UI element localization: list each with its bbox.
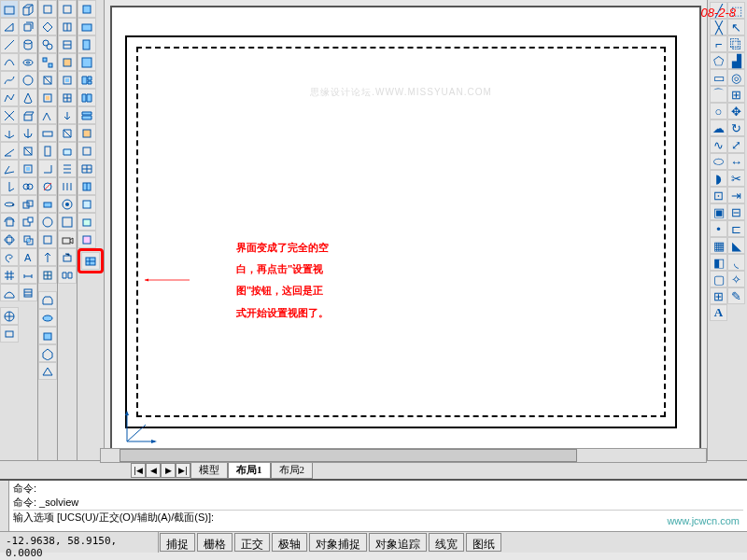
tool-polyline-icon[interactable]: [0, 89, 19, 106]
tool-spiral-icon[interactable]: [0, 248, 19, 266]
tool-obj1-icon[interactable]: [38, 291, 57, 309]
tool-d4-icon[interactable]: [78, 53, 96, 71]
tool-v4-icon[interactable]: [58, 53, 77, 71]
stretch-tool-icon[interactable]: ↔: [727, 153, 745, 170]
tool-intersect-icon[interactable]: [0, 106, 19, 124]
polygon-tool-icon[interactable]: ⬠: [710, 52, 727, 69]
tool-ic11-icon[interactable]: [38, 177, 57, 195]
trim-tool-icon[interactable]: ✂: [727, 170, 745, 187]
tool-revolve-icon[interactable]: [19, 124, 37, 142]
tool-section-icon[interactable]: [19, 160, 37, 177]
paper-toggle[interactable]: 图纸: [466, 533, 501, 552]
horizontal-scrollbar[interactable]: [100, 448, 707, 463]
tool-union-icon[interactable]: [19, 195, 37, 213]
tool-face-rot-icon[interactable]: [0, 213, 19, 231]
tool-d8-icon[interactable]: [78, 124, 96, 142]
arc-tool-icon[interactable]: ⌒: [710, 86, 727, 103]
tool-ic5-icon[interactable]: [38, 71, 57, 89]
grid-toggle[interactable]: 栅格: [197, 533, 233, 552]
tool-curve-icon[interactable]: [0, 71, 19, 89]
lwt-toggle[interactable]: 线宽: [429, 533, 464, 552]
tab-model[interactable]: 模型: [190, 461, 228, 479]
revcloud-tool-icon[interactable]: ☁: [710, 119, 727, 136]
tool-v8-icon[interactable]: [58, 124, 77, 142]
tab-layout1[interactable]: 布局1: [228, 461, 271, 479]
tool-v11-icon[interactable]: [58, 177, 77, 195]
tool-ic8-icon[interactable]: [38, 124, 57, 142]
tool-ic10-icon[interactable]: [38, 160, 57, 177]
tool-v3-icon[interactable]: [58, 35, 77, 53]
drawing-canvas[interactable]: 思缘设计论坛.WWW.MISSYUAN.COM: [110, 6, 701, 458]
tool-cone-icon[interactable]: [19, 89, 37, 106]
break-tool-icon[interactable]: ⊟: [727, 203, 745, 220]
tool-obj2-icon[interactable]: [38, 309, 57, 327]
cmd-input[interactable]: 输入选项 [UCS(U)/正交(O)/辅助(A)/截面(S)]:: [13, 510, 743, 525]
tool-orbit-icon[interactable]: [0, 231, 19, 248]
offset-tool-icon[interactable]: ◎: [727, 69, 745, 86]
tool-v7-icon[interactable]: [58, 106, 77, 124]
tool-intersect2-icon[interactable]: [19, 231, 37, 248]
scale-tool-icon[interactable]: ⤢: [727, 136, 745, 153]
hatch-tool-icon[interactable]: ▦: [710, 237, 727, 254]
otrack-toggle[interactable]: 对象追踪: [369, 533, 427, 552]
point-tool-icon[interactable]: •: [710, 220, 727, 237]
paint-tool-icon[interactable]: ✎: [727, 287, 745, 304]
tool-d11-icon[interactable]: [78, 177, 96, 195]
tab-nav-prev[interactable]: ◀: [146, 463, 161, 478]
tool-globe-icon[interactable]: [0, 307, 19, 325]
tool-d13-icon[interactable]: [78, 213, 96, 231]
tool-d6-icon[interactable]: [78, 89, 96, 106]
extend-tool-icon[interactable]: ⇥: [727, 187, 745, 203]
tool-v16-icon[interactable]: [58, 266, 77, 284]
tool-v10-icon[interactable]: [58, 160, 77, 177]
table-tool-icon[interactable]: ⊞: [710, 287, 727, 304]
tool-ic14-icon[interactable]: [38, 231, 57, 248]
circle-tool-icon[interactable]: ○: [710, 103, 727, 119]
copy-tool-icon[interactable]: ⿻: [727, 35, 745, 52]
tool-d3-icon[interactable]: [78, 35, 96, 53]
tool-cyl-icon[interactable]: [19, 35, 37, 53]
tool-dim-icon[interactable]: [19, 266, 37, 284]
tool-obj3-icon[interactable]: [38, 327, 57, 344]
tool-d14-icon[interactable]: [78, 231, 96, 248]
tool-slice-icon[interactable]: [19, 142, 37, 160]
tool-text3d-icon[interactable]: A: [19, 248, 37, 266]
tool-axis-y-icon[interactable]: [0, 160, 19, 177]
scrollbar-thumb[interactable]: [120, 449, 577, 462]
setup-view-button[interactable]: [81, 252, 100, 270]
tool-ic4-icon[interactable]: [38, 53, 57, 71]
tool-ic15-icon[interactable]: [38, 248, 57, 266]
tool-arc3d-icon[interactable]: [0, 53, 19, 71]
snap-toggle[interactable]: 捕捉: [160, 533, 195, 552]
tool-ic6-icon[interactable]: [38, 89, 57, 106]
explode-tool-icon[interactable]: ✧: [727, 271, 745, 287]
tool-v5-icon[interactable]: [58, 71, 77, 89]
tool-axis-z-icon[interactable]: [0, 177, 19, 195]
chamfer-tool-icon[interactable]: ◣: [727, 237, 745, 254]
ortho-toggle[interactable]: 正交: [234, 533, 270, 552]
array-tool-icon[interactable]: ⊞: [727, 86, 745, 103]
ellipsearc-tool-icon[interactable]: ◗: [710, 170, 727, 187]
polar-toggle[interactable]: 极轴: [272, 533, 307, 552]
tool-cube-icon[interactable]: [19, 18, 37, 35]
tool-ucs-icon[interactable]: [0, 124, 19, 142]
rect-tool-icon[interactable]: ▭: [710, 69, 727, 86]
tool-v2-icon[interactable]: [58, 18, 77, 35]
rotate-tool-icon[interactable]: ↻: [727, 119, 745, 136]
region-tool-icon[interactable]: ▢: [710, 271, 727, 287]
tool-extrude-icon[interactable]: [19, 106, 37, 124]
tool-v15-icon[interactable]: [58, 248, 77, 266]
tool-ic2-icon[interactable]: [38, 18, 57, 35]
tool-subtract-icon[interactable]: [19, 213, 37, 231]
tool-d7-icon[interactable]: [78, 106, 96, 124]
tool-ic9-icon[interactable]: [38, 142, 57, 160]
tab-layout2[interactable]: 布局2: [271, 461, 314, 479]
tool-wedge-icon[interactable]: [0, 18, 19, 35]
tool-d1-icon[interactable]: [78, 0, 96, 18]
xline-tool-icon[interactable]: ╳: [710, 19, 727, 35]
break2-tool-icon[interactable]: ⊏: [727, 220, 745, 237]
tool-grid-icon[interactable]: [0, 266, 19, 284]
block-tool-icon[interactable]: ▣: [710, 203, 727, 220]
spline-tool-icon[interactable]: ∿: [710, 136, 727, 153]
cmdline-grip[interactable]: [0, 481, 9, 531]
